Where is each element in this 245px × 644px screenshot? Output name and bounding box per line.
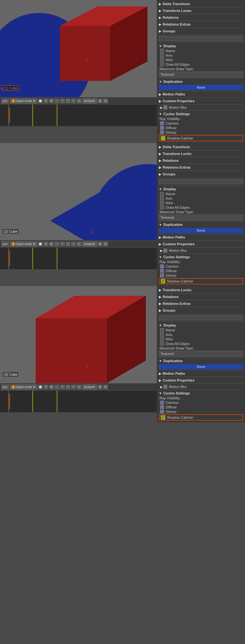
section-transform-locks[interactable]: Transform Locks — [159, 287, 243, 293]
viewport-icon8[interactable]: ◫ — [77, 99, 81, 103]
section-transform-locks[interactable]: Transform Locks — [159, 8, 243, 13]
section-delta-transform[interactable]: Delta Transform — [159, 144, 243, 150]
section-relations-extras[interactable]: Relations Extras — [159, 301, 243, 306]
viewport-icon6[interactable]: ↗ — [66, 242, 70, 246]
max-draw-type-button[interactable]: Textured — [159, 351, 243, 357]
global-dropdown[interactable]: Global ▼ — [82, 98, 97, 104]
viewport-icon1[interactable]: ⬤ — [38, 242, 43, 246]
ray-camera-checkbox[interactable] — [160, 121, 164, 125]
ray-glossy-checkbox[interactable] — [160, 273, 164, 277]
viewport-icon2[interactable]: ✦ — [44, 99, 48, 103]
viewport-icon5[interactable]: ✂ — [60, 242, 65, 246]
section-delta-transform[interactable]: Delta Transform — [159, 1, 243, 6]
viewport-icon5[interactable]: ✂ — [60, 99, 65, 103]
display-checkbox-name[interactable]: Name — [159, 192, 243, 196]
viewport-icon3[interactable]: ⊞ — [49, 242, 54, 246]
shadow-catcher-row[interactable]: Shadow Catcher — [159, 278, 243, 284]
cycles-settings-header[interactable]: Cycles Settings — [159, 254, 243, 260]
motion-blur-row[interactable]: ▶Motion Blur — [159, 384, 243, 389]
checkbox-box[interactable] — [160, 53, 164, 57]
display-checkbox-axis[interactable]: Axis — [159, 332, 243, 337]
section-custom-properties[interactable]: Custom Properties — [159, 378, 243, 383]
viewport-icon2[interactable]: ✦ — [44, 385, 48, 389]
ray-camera-checkbox[interactable] — [160, 401, 164, 405]
checkbox-box[interactable] — [160, 328, 164, 332]
display-section-header[interactable]: Display — [159, 43, 243, 49]
object-mode-dropdown[interactable]: Object Mode ▼ — [10, 98, 37, 104]
max-draw-type-button[interactable]: Textured — [159, 215, 243, 220]
section-motion-paths[interactable]: Motion Paths — [159, 371, 243, 376]
ray-diffuse-row[interactable]: Diffuse — [159, 269, 243, 273]
display-section-header[interactable]: Display — [159, 186, 243, 192]
section-transform-locks[interactable]: Transform Locks — [159, 151, 243, 156]
viewport-icon8[interactable]: ◫ — [77, 385, 81, 389]
ray-glossy-checkbox[interactable] — [160, 410, 164, 414]
ray-camera-row[interactable]: Camera — [159, 264, 243, 269]
ray-diffuse-checkbox[interactable] — [160, 126, 164, 130]
section-relations-extras[interactable]: Relations Extras — [159, 165, 243, 170]
section-relations[interactable]: Relations — [159, 294, 243, 299]
checkbox-box[interactable] — [160, 342, 164, 346]
checkbox-box[interactable] — [160, 201, 164, 205]
checkbox-box[interactable] — [160, 337, 164, 341]
section-relations[interactable]: Relations — [159, 158, 243, 163]
checkbox-box[interactable] — [160, 196, 164, 200]
viewport-icon10[interactable]: ⊟ — [103, 385, 108, 389]
duplication-none-button[interactable]: None — [159, 85, 243, 90]
checkbox-box[interactable] — [160, 333, 164, 337]
viewport-icon1[interactable]: ⬤ — [38, 99, 43, 103]
duplication-none-button[interactable]: None — [159, 228, 243, 233]
display-checkbox-draw all edges[interactable]: Draw All Edges — [159, 62, 243, 67]
groups-input[interactable] — [159, 179, 243, 184]
viewport-icon10[interactable]: ⊟ — [103, 242, 108, 246]
shadow-catcher-checkbox[interactable] — [161, 415, 165, 420]
viewport-icon2[interactable]: ✦ — [44, 242, 48, 246]
section-groups[interactable]: Groups — [159, 308, 243, 313]
ray-diffuse-checkbox[interactable] — [160, 405, 164, 409]
checkbox-box[interactable] — [160, 62, 164, 66]
duplication-header[interactable]: Duplication — [159, 222, 243, 227]
section-relations-extras[interactable]: Relations Extras — [159, 22, 243, 27]
display-checkbox-draw all edges[interactable]: Draw All Edges — [159, 205, 243, 210]
ray-camera-row[interactable]: Camera — [159, 121, 243, 126]
display-checkbox-name[interactable]: Name — [159, 328, 243, 332]
section-relations[interactable]: Relations — [159, 15, 243, 20]
section-motion-paths[interactable]: Motion Paths — [159, 235, 243, 240]
max-draw-type-button[interactable]: Textured — [159, 72, 243, 77]
ray-glossy-row[interactable]: Glossy — [159, 273, 243, 278]
shadow-catcher-checkbox[interactable] — [161, 279, 165, 283]
object-mode-dropdown[interactable]: Object Mode ▼ — [10, 241, 37, 247]
motion-blur-checkbox[interactable] — [163, 249, 167, 252]
viewport-icon8[interactable]: ◫ — [77, 242, 81, 246]
viewport-icon3[interactable]: ⊞ — [49, 99, 54, 103]
motion-blur-checkbox[interactable] — [163, 105, 167, 109]
motion-blur-row[interactable]: ▶Motion Blur — [159, 248, 243, 253]
viewport-icon9[interactable]: ⊞ — [98, 242, 102, 246]
viewport-icon7[interactable]: ∿ — [71, 385, 76, 389]
display-checkbox-axis[interactable]: Axis — [159, 53, 243, 58]
timeline-panel3[interactable] — [0, 390, 157, 412]
viewport-toolbar[interactable]: ject Object Mode ▼ ⬤ ✦ ⊞ ↔ ✂ ↗ ∿ ◫ Globa… — [0, 240, 157, 247]
section-custom-properties[interactable]: Custom Properties — [159, 98, 243, 104]
viewport-toolbar[interactable]: ject Object Mode ▼ ⬤ ✦ ⊞ ↔ ✂ ↗ ∿ ◫ Globa… — [0, 97, 157, 104]
display-checkbox-wire[interactable]: Wire — [159, 337, 243, 341]
display-checkbox-axis[interactable]: Axis — [159, 196, 243, 201]
shadow-catcher-row[interactable]: Shadow Catcher — [159, 135, 243, 141]
section-groups[interactable]: Groups — [159, 28, 243, 34]
duplication-none-button[interactable]: None — [159, 364, 243, 369]
ray-glossy-row[interactable]: Glossy — [159, 409, 243, 414]
checkbox-box[interactable] — [160, 205, 164, 209]
timeline-panel1[interactable] — [0, 104, 157, 126]
section-motion-paths[interactable]: Motion Paths — [159, 92, 243, 97]
cycles-settings-header[interactable]: Cycles Settings — [159, 391, 243, 396]
viewport-icon6[interactable]: ↗ — [66, 99, 70, 103]
cycles-settings-header[interactable]: Cycles Settings — [159, 111, 243, 117]
display-checkbox-wire[interactable]: Wire — [159, 58, 243, 62]
checkbox-box[interactable] — [160, 58, 164, 62]
ray-camera-row[interactable]: Camera — [159, 400, 243, 405]
ray-glossy-checkbox[interactable] — [160, 130, 164, 134]
ray-camera-checkbox[interactable] — [160, 264, 164, 268]
object-mode-dropdown[interactable]: Object Mode ▼ — [10, 384, 37, 390]
display-checkbox-draw all edges[interactable]: Draw All Edges — [159, 341, 243, 346]
display-checkbox-name[interactable]: Name — [159, 49, 243, 53]
